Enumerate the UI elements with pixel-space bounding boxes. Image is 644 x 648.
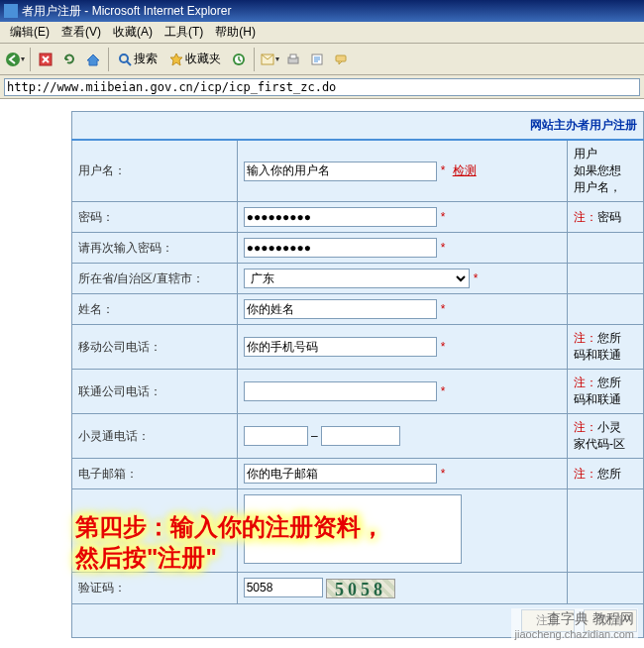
captcha-note	[568, 573, 644, 604]
back-button[interactable]	[4, 49, 26, 70]
address-bar: http://www.miibeian.gov.cn/icp/icp_first…	[0, 75, 644, 99]
required-star: *	[441, 163, 446, 177]
history-button[interactable]	[228, 49, 250, 70]
search-label: 搜索	[134, 51, 158, 67]
check-username-link[interactable]: 检测	[453, 163, 477, 177]
separator	[254, 48, 255, 71]
phs-label: 小灵通电话：	[72, 414, 238, 459]
phs-number-input[interactable]	[321, 426, 400, 446]
mobile-label: 移动公司电话：	[72, 325, 238, 370]
refresh-button[interactable]	[58, 49, 80, 70]
search-button[interactable]: 搜索	[113, 49, 162, 70]
email-input[interactable]	[244, 464, 437, 484]
required-star: *	[441, 467, 446, 481]
menu-view[interactable]: 查看(V)	[55, 24, 107, 41]
watermark: 查字典 教程网 jiaocheng.chazidian.com	[511, 608, 638, 642]
print-button[interactable]	[282, 49, 304, 70]
province-note	[568, 264, 644, 294]
mail-button[interactable]	[259, 49, 280, 70]
svg-point-0	[6, 53, 20, 66]
name-input[interactable]	[244, 299, 437, 319]
mobile-input[interactable]	[244, 337, 437, 357]
captcha-input[interactable]	[244, 578, 323, 597]
captcha-image: 5058	[326, 579, 395, 598]
edit-button[interactable]	[306, 49, 328, 70]
watermark-title: 查字典 教程网	[515, 610, 634, 628]
unicom-note: 注：您所码和联通	[568, 370, 644, 414]
favorites-label: 收藏夹	[185, 51, 221, 67]
menu-tools[interactable]: 工具(T)	[159, 24, 209, 41]
mobile-note: 注：您所码和联通	[568, 325, 644, 370]
svg-rect-8	[290, 54, 296, 58]
username-input[interactable]	[244, 162, 437, 181]
email-note: 注：您所	[568, 459, 644, 489]
province-select[interactable]: 广东	[244, 269, 470, 288]
favorites-button[interactable]: 收藏夹	[164, 49, 226, 70]
ie-icon	[4, 4, 18, 18]
menu-favorites[interactable]: 收藏(A)	[107, 24, 159, 41]
required-star: *	[441, 210, 446, 224]
password2-label: 请再次输入密码：	[72, 233, 238, 264]
unicom-label: 联通公司电话：	[72, 370, 238, 414]
annotation-line2: 然后按"注册"	[75, 542, 384, 573]
captcha-label: 验证码：	[72, 573, 238, 604]
menu-help[interactable]: 帮助(H)	[209, 24, 262, 41]
phs-dash: –	[311, 429, 318, 443]
phs-note: 注：小灵家代码-区	[568, 414, 644, 459]
required-star: *	[441, 384, 446, 398]
tutorial-annotation: 第四步：输入你的注册资料， 然后按"注册"	[75, 511, 384, 573]
required-star: *	[441, 302, 446, 316]
page-header: 网站主办者用户注册	[72, 112, 644, 141]
stop-button[interactable]	[35, 49, 56, 70]
password2-input[interactable]	[244, 238, 437, 258]
required-star: *	[474, 271, 479, 285]
phs-area-input[interactable]	[244, 426, 308, 446]
username-note: 用户如果您想用户名，	[568, 140, 644, 202]
password-label: 密码：	[72, 202, 238, 233]
password-input[interactable]	[244, 207, 437, 227]
svg-point-2	[120, 54, 128, 62]
name-note	[568, 294, 644, 325]
svg-line-3	[127, 61, 131, 65]
required-star: *	[441, 340, 446, 354]
toolbar: 搜索 收藏夹	[0, 44, 644, 75]
address-input[interactable]: http://www.miibeian.gov.cn/icp/icp_first…	[4, 78, 640, 96]
discuss-button[interactable]	[330, 49, 352, 70]
province-label: 所在省/自治区/直辖市：	[72, 264, 238, 294]
annotation-line1: 第四步：输入你的注册资料，	[75, 511, 384, 542]
password2-note	[568, 233, 644, 264]
title-bar: 者用户注册 - Microsoft Internet Explorer	[0, 0, 644, 22]
watermark-url: jiaocheng.chazidian.com	[515, 628, 634, 640]
required-star: *	[441, 241, 446, 255]
separator	[30, 48, 31, 71]
menu-bar: 编辑(E) 查看(V) 收藏(A) 工具(T) 帮助(H)	[0, 22, 644, 44]
password-note: 注：密码	[568, 202, 644, 233]
menu-edit[interactable]: 编辑(E)	[4, 24, 55, 41]
email-label: 电子邮箱：	[72, 459, 238, 489]
unicom-input[interactable]	[244, 381, 437, 401]
username-label: 用户名：	[72, 140, 238, 202]
remark-note	[568, 489, 644, 573]
name-label: 姓名：	[72, 294, 238, 325]
svg-rect-13	[336, 55, 346, 61]
window-title: 者用户注册 - Microsoft Internet Explorer	[22, 3, 231, 20]
separator	[108, 48, 109, 71]
home-button[interactable]	[82, 49, 104, 70]
